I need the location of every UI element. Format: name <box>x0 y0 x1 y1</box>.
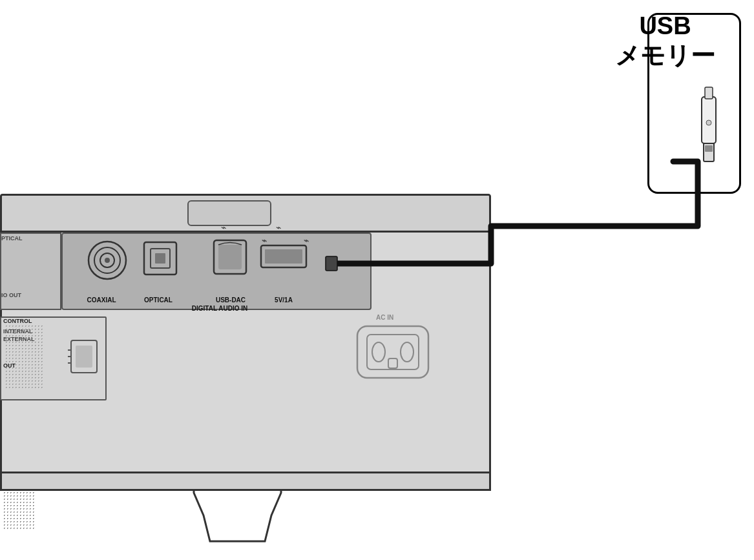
coaxial-label: COAXIAL <box>76 296 127 304</box>
control-component <box>68 334 100 379</box>
svg-rect-6 <box>155 253 165 264</box>
usb-stick <box>696 84 718 161</box>
usb-icon-dac: ⌁ <box>262 236 267 245</box>
ac-in-label: AC IN <box>376 314 393 321</box>
usb5v-label: 5V/1A <box>258 296 309 304</box>
usb-symbol-dac: ⌁ <box>221 222 226 233</box>
optical-port <box>142 240 178 276</box>
external-label: EXTERNAL <box>3 336 35 342</box>
optical-out-label: PTICAL <box>1 235 23 242</box>
device-handle <box>187 200 271 226</box>
usb-icon-5v: ⌁ <box>304 236 309 245</box>
svg-rect-12 <box>367 335 419 369</box>
bottom-foot <box>181 490 294 544</box>
usb-symbol-5v: ⌁ <box>276 222 281 233</box>
svg-rect-15 <box>388 358 397 368</box>
optical-label: OPTICAL <box>136 296 181 304</box>
digital-audio-section: ⌁ ⌁ COAXIAL OPTICAL USB-DAC 5V/1A <box>61 233 372 310</box>
usbdac-label: USB-DAC <box>208 296 253 304</box>
svg-point-13 <box>372 342 385 362</box>
coaxial-port <box>87 240 127 280</box>
svg-point-25 <box>706 120 711 125</box>
usb-memory-box <box>647 13 741 194</box>
svg-point-3 <box>105 258 110 263</box>
usb-5v-port <box>260 244 308 269</box>
internal-label: INTERNAL <box>3 328 33 335</box>
out-label: OUT <box>3 362 16 369</box>
svg-rect-17 <box>76 346 92 368</box>
svg-rect-10 <box>265 249 302 264</box>
svg-rect-8 <box>218 245 242 269</box>
svg-rect-24 <box>705 87 713 99</box>
svg-rect-22 <box>705 145 713 152</box>
dio-out-label: IO OUT <box>1 292 21 298</box>
ac-in-connector <box>354 323 432 381</box>
left-panel <box>0 233 61 310</box>
usb-dac-port <box>213 239 247 275</box>
svg-point-14 <box>401 342 414 362</box>
device-bottom-bar <box>0 472 491 491</box>
digital-audio-in-label: DIGITAL AUDIO IN <box>94 305 346 312</box>
control-label: CONTROL <box>3 318 32 324</box>
